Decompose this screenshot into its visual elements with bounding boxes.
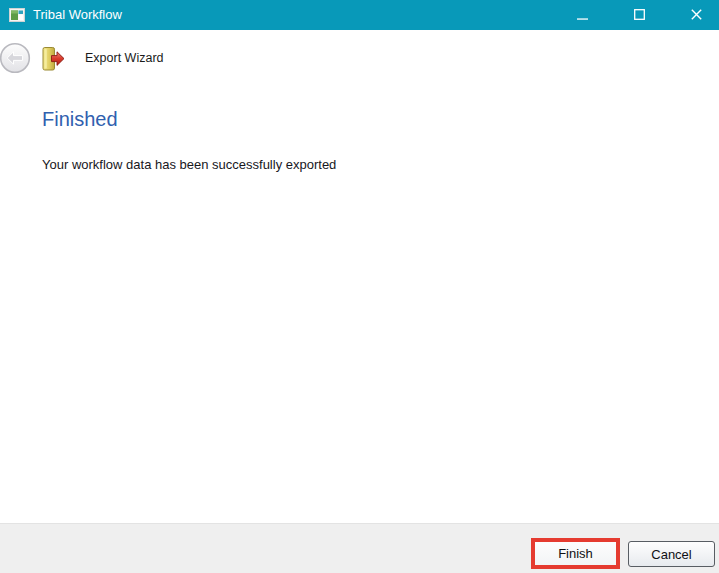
- page-title: Finished: [42, 108, 118, 131]
- minimize-icon: [577, 8, 588, 23]
- annotation-highlight: Finish: [531, 538, 620, 569]
- app-icon: [9, 7, 25, 23]
- titlebar: Tribal Workflow: [0, 0, 719, 30]
- minimize-button[interactable]: [560, 0, 605, 30]
- cancel-button[interactable]: Cancel: [628, 541, 715, 567]
- maximize-icon: [634, 8, 645, 23]
- wizard-page: Finished Your workflow data has been suc…: [0, 90, 719, 523]
- export-icon: [42, 46, 65, 72]
- close-icon: [691, 8, 702, 23]
- status-message: Your workflow data has been successfully…: [42, 157, 336, 172]
- button-bar: Finish Cancel: [0, 523, 719, 573]
- back-icon: [0, 62, 31, 77]
- maximize-button[interactable]: [617, 0, 662, 30]
- app-window: Tribal Workflow: [0, 0, 719, 573]
- wizard-header: Export Wizard: [0, 30, 719, 90]
- finish-button[interactable]: Finish: [535, 542, 616, 565]
- window-title: Tribal Workflow: [33, 0, 122, 30]
- wizard-title: Export Wizard: [85, 51, 164, 65]
- back-button[interactable]: [0, 42, 31, 74]
- close-button[interactable]: [674, 0, 719, 30]
